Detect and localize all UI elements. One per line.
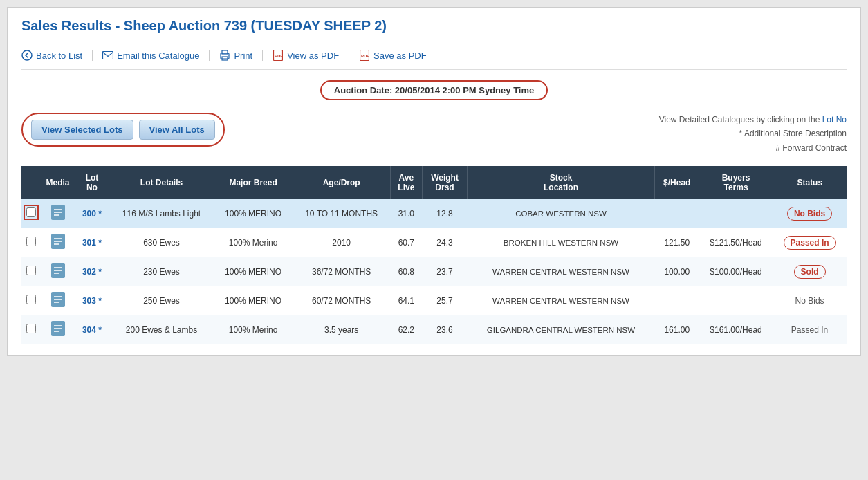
major-breed-cell: 100% Merino <box>214 315 293 344</box>
auction-date-badge: Auction Date: 20/05/2014 2:00 PM Sydney … <box>320 80 548 100</box>
lot-no-link[interactable]: 303 * <box>82 296 102 306</box>
catalogue-note-line2: * Additional Store Description <box>659 127 847 140</box>
media-doc-icon[interactable] <box>51 321 65 336</box>
print-button[interactable]: Print <box>210 50 263 61</box>
page-title: Sales Results - Sheep Auction 739 (TUESD… <box>21 18 847 41</box>
status-badge: Passed In <box>784 236 836 250</box>
table-row: 303 *250 Ewes100% MERINO60/72 MONTHS64.1… <box>21 286 847 315</box>
dollars-head-cell <box>654 286 699 315</box>
weight-drsd-cell: 24.3 <box>423 228 468 257</box>
svg-point-0 <box>22 50 32 60</box>
col-age-drop: Age/Drop <box>293 166 390 199</box>
catalogue-note-line3: # Forward Contract <box>659 141 847 155</box>
ave-live-cell: 62.2 <box>390 315 422 344</box>
col-lot-details: Lot Details <box>109 166 214 199</box>
status-cell: Passed In <box>773 315 847 344</box>
major-breed-cell: 100% Merino <box>214 228 293 257</box>
results-table: Media LotNo Lot Details Major Breed Age/… <box>21 166 847 344</box>
row-select-checkbox[interactable] <box>26 237 36 246</box>
view-all-lots-button[interactable]: View All Lots <box>139 120 215 140</box>
ave-live-cell: 31.0 <box>390 199 422 228</box>
stock-location-cell: WARREN CENTRAL WESTERN NSW <box>468 257 655 286</box>
save-pdf-button[interactable]: PDF Save as PDF <box>349 50 436 61</box>
lot-no-cell: 300 * <box>75 199 109 228</box>
table-row: 301 *630 Ewes100% Merino201060.724.3BROK… <box>21 228 847 257</box>
status-plain: Passed In <box>791 325 828 335</box>
media-cell <box>41 257 75 286</box>
col-major-breed: Major Breed <box>214 166 293 199</box>
media-cell <box>41 286 75 315</box>
row-select-checkbox[interactable] <box>26 324 36 333</box>
catalogue-notes: View Detailed Catalogues by clicking on … <box>659 113 847 155</box>
weight-drsd-cell: 12.8 <box>423 199 468 228</box>
lot-no-link[interactable]: 304 * <box>82 325 102 335</box>
toolbar: Back to List Email this Catalogue Print <box>21 50 847 70</box>
media-doc-icon[interactable] <box>51 263 65 278</box>
lot-details-cell: 250 Ewes <box>109 286 214 315</box>
stock-location-cell: GILGANDRA CENTRAL WESTERN NSW <box>468 315 655 344</box>
ave-live-cell: 60.8 <box>390 257 422 286</box>
media-doc-icon[interactable] <box>51 205 65 220</box>
age-drop-cell: 36/72 MONTHS <box>293 257 390 286</box>
lot-no-link[interactable]: 300 * <box>82 209 102 219</box>
save-pdf-label: Save as PDF <box>373 50 427 61</box>
col-ave-live: AveLive <box>390 166 422 199</box>
status-cell: Sold <box>773 257 847 286</box>
major-breed-cell: 100% MERINO <box>214 257 293 286</box>
email-catalogue-button[interactable]: Email this Catalogue <box>93 50 210 61</box>
col-status: Status <box>773 166 847 199</box>
catalogue-note-line1: View Detailed Catalogues by clicking on … <box>659 113 847 127</box>
print-label: Print <box>234 50 252 61</box>
back-to-list-button[interactable]: Back to List <box>21 50 93 61</box>
table-row: 302 *230 Ewes100% MERINO36/72 MONTHS60.8… <box>21 257 847 286</box>
lot-no-link[interactable]: 302 * <box>82 267 102 277</box>
status-badge: No Bids <box>787 207 832 221</box>
status-cell: Passed In <box>773 228 847 257</box>
back-to-list-label: Back to List <box>36 50 82 61</box>
media-cell <box>41 228 75 257</box>
media-doc-icon[interactable] <box>51 292 65 307</box>
col-checkbox <box>21 166 41 199</box>
view-pdf-button[interactable]: PDF View as PDF <box>263 50 349 61</box>
col-buyers-terms: BuyersTerms <box>699 166 773 199</box>
buyers-terms-cell <box>699 286 773 315</box>
dollars-head-cell: 121.50 <box>654 228 699 257</box>
svg-rect-1 <box>103 52 113 59</box>
dollars-head-cell: 100.00 <box>654 257 699 286</box>
status-cell: No Bids <box>773 286 847 315</box>
age-drop-cell: 3.5 years <box>293 315 390 344</box>
col-stock-location: StockLocation <box>468 166 655 199</box>
buyers-terms-cell <box>699 199 773 228</box>
row-select-checkbox[interactable] <box>26 266 36 275</box>
back-arrow-icon <box>21 50 33 61</box>
stock-location-cell: WARREN CENTRAL WESTERN NSW <box>468 286 655 315</box>
lot-no-cell: 301 * <box>75 228 109 257</box>
stock-location-cell: COBAR WESTERN NSW <box>468 199 655 228</box>
svg-text:PDF: PDF <box>361 54 369 58</box>
buyers-terms-cell: $121.50/Head <box>699 228 773 257</box>
pdf-icon: PDF <box>273 50 284 61</box>
lot-details-cell: 116 M/S Lambs Light <box>109 199 214 228</box>
row-select-checkbox[interactable] <box>26 207 36 217</box>
lot-no-link[interactable]: 301 * <box>82 238 102 248</box>
auction-date-wrapper: Auction Date: 20/05/2014 2:00 PM Sydney … <box>21 80 847 100</box>
svg-text:PDF: PDF <box>275 54 283 58</box>
media-doc-icon[interactable] <box>51 234 65 249</box>
stock-location-cell: BROKEN HILL WESTERN NSW <box>468 228 655 257</box>
age-drop-cell: 2010 <box>293 228 390 257</box>
lot-no-cell: 304 * <box>75 315 109 344</box>
buyers-terms-cell: $100.00/Head <box>699 257 773 286</box>
view-buttons-row: View Selected Lots View All Lots View De… <box>21 113 847 155</box>
col-lot-no: LotNo <box>75 166 109 199</box>
row-select-checkbox[interactable] <box>26 295 36 304</box>
col-media: Media <box>41 166 75 199</box>
dollars-head-cell: 161.00 <box>654 315 699 344</box>
view-selected-lots-button[interactable]: View Selected Lots <box>31 120 133 140</box>
buyers-terms-cell: $161.00/Head <box>699 315 773 344</box>
dollars-head-cell <box>654 199 699 228</box>
lot-no-cell: 302 * <box>75 257 109 286</box>
table-row: 300 *116 M/S Lambs Light100% MERINO10 TO… <box>21 199 847 228</box>
view-buttons-group: View Selected Lots View All Lots <box>21 113 225 147</box>
age-drop-cell: 10 TO 11 MONTHS <box>293 199 390 228</box>
status-badge: Sold <box>794 265 826 279</box>
